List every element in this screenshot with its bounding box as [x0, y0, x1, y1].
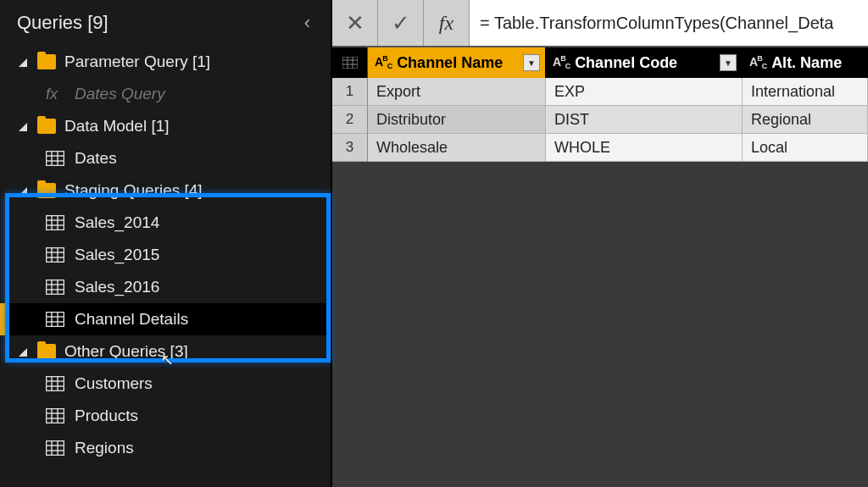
svg-rect-39	[47, 441, 64, 456]
svg-rect-23	[47, 313, 64, 327]
row-number[interactable]: 3	[332, 134, 368, 162]
table-icon	[46, 279, 64, 295]
query-group[interactable]: Parameter Query [1]	[0, 46, 331, 78]
svg-rect-2	[47, 152, 64, 166]
svg-rect-18	[47, 280, 64, 295]
cell[interactable]: EXP	[546, 78, 743, 106]
cell[interactable]: Wholesale	[368, 134, 546, 162]
column-header[interactable]: ABCChannel Code▼	[546, 47, 743, 78]
table-icon	[46, 151, 64, 166]
query-item-label: Dates	[75, 149, 117, 168]
folder-icon	[37, 344, 56, 359]
query-item-label: Sales_2016	[75, 278, 159, 296]
cell[interactable]: WHOLE	[546, 134, 743, 162]
svg-rect-8	[47, 216, 64, 230]
expand-caret-icon	[19, 346, 29, 359]
text-type-icon: ABC	[375, 54, 392, 70]
cell[interactable]: Export	[368, 78, 546, 106]
queries-tree: Parameter Query [1]fxDates QueryData Mod…	[0, 46, 331, 487]
column-name: Alt. Name	[771, 54, 842, 72]
sidebar-header: Queries [9] ‹	[0, 0, 331, 46]
text-type-icon: ABC	[749, 54, 766, 70]
row-number[interactable]: 1	[332, 78, 368, 106]
table-icon	[46, 376, 64, 391]
group-label: Staging Queries [4]	[64, 181, 203, 200]
group-label: Other Queries [3]	[64, 342, 188, 361]
expand-caret-icon	[19, 56, 29, 69]
query-item[interactable]: Products	[0, 400, 331, 432]
queries-sidebar: Queries [9] ‹ Parameter Query [1]fxDates…	[0, 0, 331, 487]
column-name: Channel Name	[397, 54, 503, 72]
table-row[interactable]: 1ExportEXPInternational	[332, 78, 868, 106]
svg-marker-7	[19, 187, 27, 196]
svg-marker-28	[19, 348, 27, 357]
collapse-sidebar-icon[interactable]: ‹	[304, 12, 315, 34]
table-row[interactable]: 3WholesaleWHOLELocal	[332, 134, 868, 162]
expand-caret-icon	[19, 120, 29, 134]
select-all-corner[interactable]	[332, 47, 368, 78]
query-item[interactable]: Sales_2015	[0, 239, 331, 271]
table-icon	[46, 247, 64, 263]
svg-rect-13	[47, 248, 64, 263]
query-item-label: Channel Details	[75, 310, 188, 329]
fx-icon: fx	[46, 86, 64, 103]
column-header[interactable]: ABCAlt. Name	[743, 47, 868, 78]
table-icon	[46, 215, 64, 230]
svg-marker-0	[19, 58, 27, 67]
cell[interactable]: International	[743, 78, 868, 106]
query-item-label: Sales_2015	[75, 246, 159, 264]
query-item[interactable]: Dates	[0, 142, 331, 174]
query-item[interactable]: Channel Details	[0, 303, 331, 335]
query-item-label: Dates Query	[75, 85, 165, 103]
query-item[interactable]: fxDates Query	[0, 78, 331, 110]
query-item-label: Customers	[75, 374, 153, 393]
folder-icon	[37, 54, 56, 69]
expand-caret-icon	[19, 185, 29, 198]
query-item[interactable]: Customers	[0, 368, 331, 400]
cell[interactable]: Regional	[743, 106, 868, 134]
cell[interactable]: DIST	[546, 106, 743, 134]
query-group[interactable]: Other Queries [3]	[0, 335, 331, 368]
table-icon	[46, 408, 64, 423]
query-group[interactable]: Data Model [1]	[0, 110, 331, 142]
query-item[interactable]: Sales_2014	[0, 207, 331, 239]
column-filter-dropdown[interactable]: ▼	[523, 54, 540, 71]
svg-rect-29	[47, 377, 64, 391]
cell[interactable]: Local	[743, 134, 868, 162]
folder-icon	[37, 183, 56, 198]
query-item-label: Sales_2014	[75, 213, 159, 232]
query-group[interactable]: Staging Queries [4]	[0, 174, 331, 207]
accept-formula-button[interactable]: ✓	[378, 0, 424, 46]
column-header[interactable]: ABCChannel Name▼	[368, 47, 546, 78]
grid-header-row: ABCChannel Name▼ABCChannel Code▼ABCAlt. …	[332, 47, 868, 78]
group-label: Data Model [1]	[64, 117, 170, 136]
data-grid: ABCChannel Name▼ABCChannel Code▼ABCAlt. …	[332, 47, 868, 162]
query-item[interactable]: Sales_2016	[0, 271, 331, 303]
query-item-label: Regions	[75, 439, 134, 457]
column-filter-dropdown[interactable]: ▼	[720, 54, 737, 71]
table-icon	[46, 312, 64, 327]
cancel-formula-button[interactable]: ✕	[332, 0, 378, 46]
svg-rect-44	[342, 57, 358, 69]
svg-rect-34	[47, 409, 64, 423]
column-name: Channel Code	[575, 54, 677, 72]
formula-input[interactable]	[470, 0, 868, 46]
fx-button[interactable]: fx	[424, 0, 470, 46]
text-type-icon: ABC	[553, 54, 570, 70]
main-panel: ✕ ✓ fx ABCChannel Name▼ABCChannel Code▼A…	[331, 0, 868, 487]
sidebar-title: Queries [9]	[17, 12, 108, 34]
formula-bar: ✕ ✓ fx	[332, 0, 868, 47]
folder-icon	[37, 119, 56, 134]
row-number[interactable]: 2	[332, 106, 368, 134]
table-icon	[46, 440, 64, 456]
svg-marker-1	[19, 123, 27, 131]
group-label: Parameter Query [1]	[64, 53, 210, 71]
query-item-label: Products	[75, 407, 138, 425]
query-item[interactable]: Regions	[0, 432, 331, 464]
cell[interactable]: Distributor	[368, 106, 546, 134]
table-row[interactable]: 2DistributorDISTRegional	[332, 106, 868, 134]
